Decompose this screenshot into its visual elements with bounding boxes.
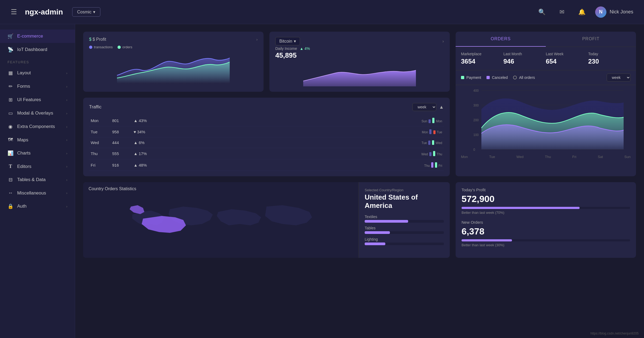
- compare-from: Thu: [424, 164, 430, 168]
- bell-icon[interactable]: 🔔: [578, 9, 586, 16]
- sidebar-item-maps[interactable]: 🗺 Maps ›: [0, 133, 75, 146]
- legend-orders: orders: [118, 45, 132, 49]
- sidebar-item-label: Charts: [17, 150, 31, 156]
- orders-chart-area: 400 300 200 100 0: [456, 85, 636, 155]
- traffic-title: Traffic: [89, 104, 101, 110]
- profit-bar-label: Better than last week (70%): [462, 211, 630, 215]
- hamburger-menu[interactable]: ☰: [11, 8, 17, 16]
- sidebar-item-e-commerce[interactable]: 🛒 E-commerce: [0, 30, 75, 43]
- sidebar-item-tables-data[interactable]: ⊟ Tables & Data ›: [0, 173, 75, 186]
- bitcoin-expand-icon[interactable]: ›: [442, 39, 444, 44]
- x-label-sun: Sun: [624, 155, 631, 159]
- sidebar-item-label: Layout: [17, 70, 31, 76]
- x-label-sat: Sat: [598, 155, 603, 159]
- spark-bar: [432, 118, 434, 123]
- sidebar-item-extra-components[interactable]: ◉ Extra Components ›: [0, 120, 75, 133]
- chevron-right-icon: ›: [66, 164, 67, 168]
- country-bar-textiles: Textiles: [365, 215, 444, 223]
- modal-icon: ▭: [8, 110, 13, 116]
- svg-text:200: 200: [473, 118, 479, 122]
- sidebar-item-modal-overlays[interactable]: ▭ Modal & Overlays ›: [0, 106, 75, 120]
- chevron-down-icon: ▾: [294, 39, 296, 44]
- tab-orders[interactable]: ORDERS: [456, 32, 546, 47]
- bar-track: [365, 243, 444, 245]
- traffic-value: 958: [111, 126, 132, 137]
- payment-label: Payment: [466, 75, 481, 80]
- tab-profit[interactable]: PROFIT: [546, 32, 636, 47]
- theme-label: Cosmic: [77, 10, 92, 14]
- traffic-pct: ▲ 43%: [132, 115, 258, 126]
- search-icon[interactable]: 🔍: [538, 9, 546, 16]
- traffic-card: Traffic week month ▲ Mon 801 ▲ 43% Sun: [83, 98, 450, 176]
- bar-track: [365, 220, 444, 223]
- chevron-right-icon: ›: [66, 71, 67, 75]
- daily-income-label: Daily Income ▲ 4%: [275, 46, 444, 51]
- chevron-right-icon: ›: [66, 138, 67, 142]
- table-row: Thu 555 ▲ 17% Wed Thu: [89, 148, 444, 159]
- stat-last-week-label: Last Week: [546, 52, 588, 56]
- spark-bar: [433, 130, 436, 134]
- new-orders-bar-fill: [462, 239, 512, 241]
- sidebar-item-label: Editors: [17, 164, 31, 169]
- traffic-week-select[interactable]: week month: [412, 103, 436, 111]
- traffic-sparkline: Wed Thu: [258, 148, 444, 159]
- compare-to: Mon: [436, 119, 442, 123]
- sidebar-item-label: Tables & Data: [17, 177, 46, 182]
- traffic-value: 916: [111, 159, 132, 171]
- sidebar-item-auth[interactable]: 🔒 Auth ›: [0, 200, 75, 213]
- table-row: Tue 958 ♥ 34% Mon Tue: [89, 126, 444, 137]
- sidebar-item-charts[interactable]: 📊 Charts ›: [0, 146, 75, 160]
- bitcoin-dropdown[interactable]: Bitcoin ▾: [275, 37, 300, 45]
- mail-icon[interactable]: ✉: [559, 9, 564, 16]
- transactions-label: transactions: [94, 45, 113, 49]
- orders-week-select[interactable]: week month year: [607, 74, 631, 82]
- sidebar-item-ui-features[interactable]: ⊞ UI Features ›: [0, 93, 75, 106]
- svg-text:0: 0: [473, 148, 475, 152]
- new-orders-bar-track: [462, 239, 630, 241]
- top-navigation: ☰ ngx-admin Cosmic ▾ 🔍 ✉ 🔔 N Nick Jones: [0, 0, 644, 24]
- extra-icon: ◉: [8, 124, 13, 130]
- compare-to: Fri: [438, 164, 442, 168]
- profit-card-title: $ $ Profit ›: [89, 37, 258, 42]
- legend-payment: Payment: [461, 75, 481, 80]
- sidebar-item-label: Maps: [17, 137, 28, 143]
- profit-legend: transactions orders: [89, 45, 258, 49]
- stat-last-month: Last Month 946: [503, 52, 546, 65]
- spark-bar: [429, 129, 431, 134]
- traffic-collapse-icon[interactable]: ▲: [439, 104, 444, 110]
- bar-label-lighting: Lighting: [365, 237, 444, 241]
- sidebar-item-layout[interactable]: ▦ Layout ›: [0, 66, 75, 80]
- new-orders-value: 6,378: [462, 226, 630, 237]
- username-label: Nick Jones: [610, 9, 633, 15]
- auth-icon: 🔒: [8, 203, 13, 209]
- compare-to: Tue: [437, 130, 442, 134]
- maps-icon: 🗺: [8, 137, 13, 143]
- orders-label: orders: [122, 45, 132, 49]
- world-map-svg: [116, 193, 325, 247]
- orders-profit-card: ORDERS PROFIT Marketplace 3654 Last Mont…: [456, 32, 636, 176]
- sidebar-item-label: UI Features: [17, 97, 41, 102]
- sidebar-item-iot-dashboard[interactable]: 📡 IoT Dashboard: [0, 43, 75, 56]
- expand-icon[interactable]: ›: [256, 37, 258, 42]
- orders-tabs: ORDERS PROFIT: [456, 32, 636, 47]
- user-menu[interactable]: N Nick Jones: [595, 6, 633, 18]
- stat-today-value: 230: [588, 58, 631, 65]
- compare-from: Wed: [421, 152, 428, 156]
- sidebar-item-forms[interactable]: ✏ Forms ›: [0, 80, 75, 93]
- today-profit-value: 572,900: [462, 194, 630, 204]
- svg-text:300: 300: [473, 104, 479, 107]
- stat-last-month-label: Last Month: [503, 52, 546, 56]
- traffic-sparkline: Mon Tue: [258, 126, 444, 137]
- transactions-dot: [89, 46, 92, 49]
- traffic-header: Traffic week month ▲: [89, 103, 444, 111]
- profit-bar-track: [462, 207, 630, 209]
- tables-icon: ⊟: [8, 177, 13, 183]
- sidebar-item-editors[interactable]: T Editors ›: [0, 160, 75, 173]
- traffic-table: Mon 801 ▲ 43% Sun Mon Tue 958 ♥ 34% M: [89, 115, 444, 171]
- country-info: Selected Country/Region United States of…: [358, 182, 450, 258]
- sidebar-item-miscellaneous[interactable]: ↔ Miscellaneous ›: [0, 186, 75, 200]
- stat-marketplace-label: Marketplace: [461, 52, 503, 56]
- bar-fill: [365, 231, 390, 234]
- legend-transactions: transactions: [89, 45, 113, 49]
- theme-selector[interactable]: Cosmic ▾: [72, 7, 100, 17]
